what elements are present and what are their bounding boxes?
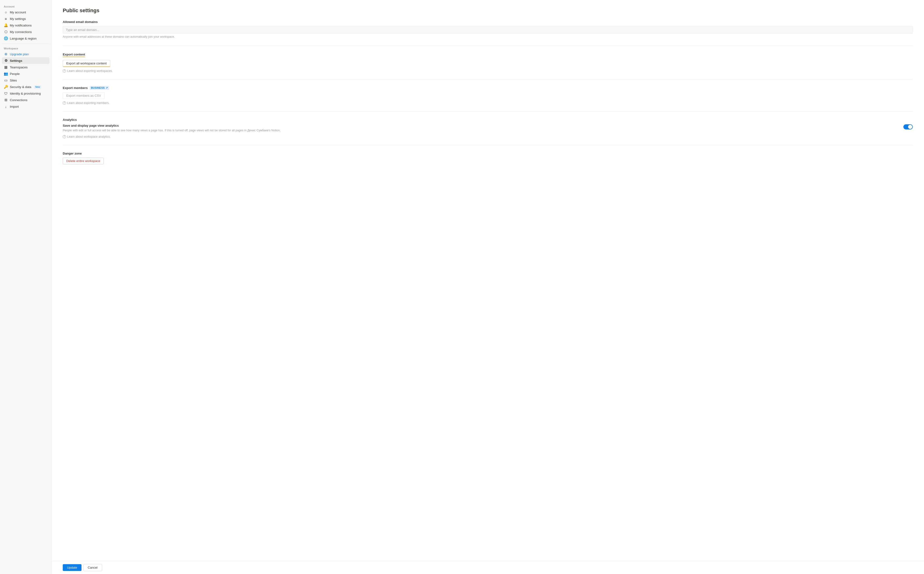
sidebar-item-my-settings[interactable]: ≡ My settings [2, 16, 49, 22]
upgrade-icon: ⊕ [4, 52, 8, 56]
sidebar-item-teamspaces[interactable]: ▦ Teamspaces [2, 64, 49, 71]
sidebar-item-settings[interactable]: ⚙ Settings [2, 57, 49, 64]
sidebar-item-label: My settings [10, 17, 26, 20]
question-icon-3: ? [63, 135, 66, 138]
workspace-section-label: Workspace [2, 46, 49, 51]
sliders-icon: ≡ [4, 17, 8, 21]
export-content-help-link[interactable]: ? Learn about exporting workspaces. [63, 69, 913, 73]
export-all-button[interactable]: Export all workspace content [63, 60, 110, 67]
sidebar-item-label: Sites [10, 79, 17, 82]
sidebar-item-sites[interactable]: ▭ Sites [2, 77, 49, 84]
teamspaces-icon: ▦ [4, 65, 8, 69]
export-content-section: Export content Export all workspace cont… [63, 52, 913, 73]
sidebar-item-label: My notifications [10, 24, 32, 27]
sidebar-item-label: Upgrade plan [10, 52, 29, 56]
bottom-bar: Update Cancel [52, 561, 924, 574]
sidebar-item-label: Settings [10, 59, 22, 63]
sidebar-item-upgrade-plan[interactable]: ⊕ Upgrade plan [2, 51, 49, 57]
question-icon-2: ? [63, 101, 66, 105]
sidebar-item-my-notifications[interactable]: 🔔 My notifications [2, 22, 49, 28]
sidebar-item-label: People [10, 72, 20, 76]
sidebar-item-label: Security & data [10, 85, 32, 89]
business-badge: BUSINESS ↗ [90, 86, 109, 90]
sidebar-item-identity-provisioning[interactable]: 🛡 Identity & provisioning [2, 90, 49, 97]
page-title: Public settings [63, 8, 913, 14]
sidebar-item-import[interactable]: ↓ Import [2, 103, 49, 110]
globe-icon: 🌐 [4, 36, 8, 41]
analytics-toggle[interactable] [904, 124, 913, 129]
export-members-label: Export members [63, 86, 88, 90]
sidebar: Account ○ My account ≡ My settings 🔔 My … [0, 0, 52, 574]
divider-3 [63, 111, 913, 112]
share-icon: ⬡ [4, 30, 8, 34]
analytics-label: Analytics [63, 118, 913, 121]
sidebar-item-label: Identity & provisioning [10, 92, 41, 95]
import-icon: ↓ [4, 104, 8, 109]
sidebar-item-label: Connections [10, 98, 27, 102]
person-icon: ○ [4, 10, 8, 14]
connections-icon: ⊞ [4, 98, 8, 102]
shield-icon: 🛡 [4, 91, 8, 96]
sidebar-item-language-region[interactable]: 🌐 Language & region [2, 35, 49, 42]
delete-workspace-button[interactable]: Delete entire workspace [63, 158, 104, 164]
sidebar-item-label: My account [10, 11, 26, 14]
export-content-label: Export content [63, 53, 85, 57]
sidebar-item-label: Teamspaces [10, 66, 28, 69]
allowed-email-domains-label: Allowed email domains [63, 20, 913, 24]
export-members-button[interactable]: Export members as CSV [63, 92, 105, 99]
analytics-section: Analytics Save and display page view ana… [63, 118, 913, 138]
divider-2 [63, 79, 913, 79]
account-section-label: Account [2, 4, 49, 9]
question-icon: ? [63, 69, 66, 73]
analytics-toggle-row: Save and display page view analytics Peo… [63, 124, 913, 133]
sidebar-item-my-connections[interactable]: ⬡ My connections [2, 28, 49, 35]
danger-zone-label: Danger zone [63, 152, 913, 155]
analytics-help-link[interactable]: ? Learn about workspace analytics. [63, 135, 913, 138]
main-content: Public settings Allowed email domains An… [52, 0, 924, 574]
sidebar-item-connections[interactable]: ⊞ Connections [2, 97, 49, 103]
export-members-section: Export members BUSINESS ↗ Export members… [63, 86, 913, 105]
sites-icon: ▭ [4, 78, 8, 82]
sidebar-item-label: My connections [10, 30, 32, 34]
allowed-email-domains-section: Allowed email domains Anyone with email … [63, 20, 913, 39]
update-button[interactable]: Update [63, 564, 82, 571]
export-members-help-link[interactable]: ? Learn about exporting members. [63, 101, 913, 105]
gear-icon: ⚙ [4, 58, 8, 63]
people-icon: 👥 [4, 72, 8, 76]
sidebar-item-my-account[interactable]: ○ My account [2, 9, 49, 16]
bell-icon: 🔔 [4, 23, 8, 27]
sidebar-item-label: Import [10, 105, 19, 109]
allowed-email-domains-description: Anyone with email addresses at these dom… [63, 35, 913, 39]
email-domain-input[interactable] [63, 26, 913, 34]
cancel-button[interactable]: Cancel [84, 564, 102, 571]
danger-zone-section: Danger zone Delete entire workspace [63, 152, 913, 164]
security-data-badge: New [34, 85, 41, 88]
sidebar-item-people[interactable]: 👥 People [2, 71, 49, 77]
analytics-description: People with edit or full access will be … [63, 128, 281, 133]
analytics-content: Save and display page view analytics Peo… [63, 124, 281, 133]
sidebar-item-security-data[interactable]: 🔑 Security & data New [2, 84, 49, 90]
analytics-sublabel: Save and display page view analytics [63, 124, 281, 127]
divider-1 [63, 46, 913, 46]
sidebar-item-label: Language & region [10, 37, 36, 40]
key-icon: 🔑 [4, 85, 8, 89]
